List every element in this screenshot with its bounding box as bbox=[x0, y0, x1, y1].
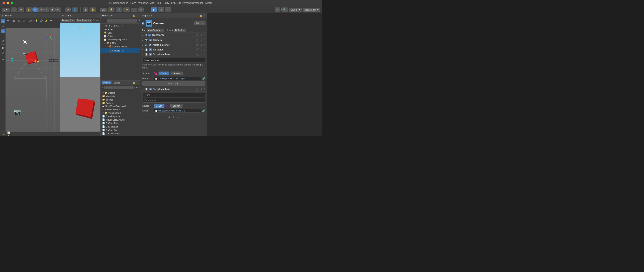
search-button[interactable]: 🔍 bbox=[282, 7, 288, 12]
project-menu-icon[interactable]: ⋮ bbox=[136, 82, 138, 84]
effect-toggle[interactable]: ✨ bbox=[124, 7, 130, 12]
hierarchy-item-camera[interactable]: 📷 Camera ↗ bbox=[100, 48, 140, 53]
hierarchy-item-cube[interactable]: ⬜ Cube bbox=[100, 34, 140, 38]
vars-help[interactable]: ? bbox=[196, 48, 199, 51]
step-button[interactable]: ⏭ bbox=[165, 7, 171, 12]
object-active-checkbox[interactable] bbox=[142, 22, 144, 24]
inspector-lock-icon[interactable]: 🔒 bbox=[200, 14, 202, 17]
project-visualscripts[interactable]: ▼ 📁 VisualScripts bbox=[100, 111, 140, 115]
project-unity-vs[interactable]: 📁 Unity.VisualScripting.Ge bbox=[100, 105, 140, 108]
audio-scene-tool[interactable]: 🔊 bbox=[39, 19, 44, 23]
project-ongazeexit[interactable]: 📄 OnGazeExit bbox=[100, 125, 140, 128]
hierarchy-item-light[interactable]: 💡 Light bbox=[100, 31, 140, 34]
script-machine-2-header[interactable]: ▼ 📋 Script Machine ? ⚙ ⋮ bbox=[140, 87, 207, 92]
sm1-convert-btn[interactable]: Convert bbox=[170, 72, 183, 75]
rect-tool[interactable]: ▣ bbox=[50, 7, 55, 12]
settings-button[interactable]: ⚙ bbox=[18, 7, 24, 12]
hierarchy-menu-icon[interactable]: ⋮ bbox=[136, 14, 138, 17]
audio-toggle[interactable]: 🔊 bbox=[116, 7, 122, 12]
alpha-scene-tool[interactable]: ⬡ bbox=[22, 19, 26, 23]
sm1-edit-graph-btn[interactable]: Edit Graph bbox=[142, 82, 205, 86]
sm2-settings[interactable]: ⚙ bbox=[200, 88, 202, 90]
rotate-3d-tool[interactable]: ↺ bbox=[0, 39, 5, 43]
audio-listener-component[interactable]: ▶ 🔊 Audio Listener ? ⚙ ⋮ bbox=[140, 43, 207, 47]
sm2-checkbox[interactable] bbox=[149, 88, 152, 90]
tag-dropdown[interactable]: MainCamera ▼ bbox=[147, 29, 164, 32]
play-button[interactable]: ▶ bbox=[151, 7, 157, 12]
sm2-more[interactable]: ⋮ bbox=[204, 88, 206, 90]
scene-menu-icon[interactable]: ⋮ bbox=[56, 14, 58, 17]
project-search[interactable] bbox=[104, 86, 132, 89]
vars-checkbox[interactable] bbox=[149, 48, 152, 51]
pause-button[interactable]: ⏸ bbox=[158, 7, 164, 12]
sm2-title-input[interactable] bbox=[142, 93, 205, 97]
rect-select-tool[interactable]: ▣ bbox=[0, 46, 5, 50]
project-scripts[interactable]: 📁 Scripts bbox=[100, 101, 140, 105]
hierarchy-search[interactable] bbox=[106, 19, 138, 22]
project-add-btn[interactable]: + bbox=[102, 86, 103, 90]
project-star-btn[interactable]: ⊕ bbox=[136, 86, 138, 90]
inspector-info-icon[interactable]: ℹ bbox=[173, 116, 174, 119]
project-ongazeenter[interactable]: 📄 OnGazeEnter bbox=[100, 122, 140, 125]
inspector-menu-icon[interactable]: ⋮ bbox=[203, 14, 206, 17]
audio-settings[interactable]: ⚙ bbox=[200, 44, 202, 46]
sm1-more[interactable]: ⋮ bbox=[204, 53, 206, 56]
script-machine-1-header[interactable]: ▼ 📋 Script Machine ? ⚙ ⋮ bbox=[140, 52, 207, 57]
game-menu-icon[interactable]: ⋮ bbox=[97, 14, 99, 17]
extra-tool[interactable]: ⊕ bbox=[0, 57, 5, 62]
transform-settings[interactable]: ⚙ bbox=[200, 34, 202, 36]
scale-tool[interactable]: ⤢ bbox=[44, 7, 49, 12]
audio-more[interactable]: ⋮ bbox=[204, 44, 206, 46]
scene-viewport[interactable]: ☀ X Y Z bbox=[6, 28, 60, 132]
sm2-summary-input[interactable] bbox=[142, 98, 205, 103]
hidden-toggle[interactable]: 👁 bbox=[131, 8, 137, 12]
sm1-settings[interactable]: ⚙ bbox=[200, 53, 202, 56]
vfx-scene-tool[interactable]: ✨ bbox=[44, 19, 48, 23]
grid-scene-tool[interactable]: ▦ bbox=[12, 19, 16, 23]
project-materials[interactable]: 📁 Materials bbox=[100, 94, 140, 98]
game-viewport[interactable]: ↑ bbox=[60, 23, 100, 132]
scene-lock-btn[interactable]: 🔒 bbox=[1, 132, 6, 136]
global-toggle[interactable]: 🌐 bbox=[72, 7, 78, 12]
maximize-button[interactable] bbox=[10, 1, 13, 4]
camera-checkbox[interactable] bbox=[149, 39, 152, 41]
vars-settings[interactable]: ⚙ bbox=[200, 49, 202, 51]
light-toggle[interactable]: 💡 bbox=[108, 7, 114, 12]
variables-component[interactable]: ▼ 📋 Variables ? ⚙ ⋮ bbox=[140, 47, 207, 52]
project-ongazestay[interactable]: 📄 OnGazeStay bbox=[100, 128, 140, 132]
2d-toggle[interactable]: 2D bbox=[100, 8, 107, 12]
hierarchy-item-cameraoffset[interactable]: ▼ 📦 Camera Offset bbox=[100, 45, 140, 48]
layers-dropdown[interactable]: Layers ▼ bbox=[289, 8, 302, 11]
camera-scene-tool[interactable]: 📷 bbox=[49, 19, 54, 23]
move-vert-tool[interactable]: ✛ bbox=[0, 34, 5, 38]
game-display-dropdown[interactable]: Display 1 ▼ bbox=[61, 19, 75, 22]
hierarchy-lock-icon[interactable]: 🔒 bbox=[132, 14, 135, 17]
undo-button[interactable]: ↩ bbox=[275, 7, 280, 12]
transform-component[interactable]: ▶ ⊞ Transform ? ⚙ ⋮ bbox=[140, 33, 207, 38]
project-ongazetimer[interactable]: 📄 OnGazeTimer bbox=[100, 132, 140, 135]
light-scene-tool[interactable]: 💡 bbox=[34, 19, 39, 23]
sm1-name-input[interactable] bbox=[142, 58, 205, 62]
sm2-convert-btn[interactable]: Convert bbox=[170, 104, 183, 108]
project-scenes[interactable]: 📁 Scenes bbox=[100, 98, 140, 101]
move-scene-tool[interactable]: ✥ bbox=[6, 19, 10, 23]
hierarchy-add-btn[interactable]: + bbox=[102, 19, 106, 23]
hand-tool[interactable]: ✋ bbox=[26, 7, 32, 12]
game-tab[interactable]: 🎮 Game ⋮ bbox=[60, 13, 100, 18]
sm2-graph-link-icon[interactable]: 🔗 bbox=[202, 110, 205, 112]
project-lock-icon[interactable]: 🔒 bbox=[132, 82, 136, 84]
project-mouselookaround[interactable]: 📄 MouseLookAround bbox=[100, 118, 140, 122]
game-aspect-dropdown[interactable]: Free Aspect ▼ bbox=[76, 19, 92, 22]
static-dropdown[interactable]: Static ▼ bbox=[194, 21, 206, 25]
camera-more[interactable]: ⋮ bbox=[204, 39, 206, 41]
transform-help[interactable]: ? bbox=[196, 34, 199, 36]
sm2-help[interactable]: ? bbox=[196, 88, 199, 91]
grid-toggle[interactable]: ▦ bbox=[83, 7, 88, 12]
layout-dropdown[interactable]: abstract-tall ▼ bbox=[303, 8, 320, 11]
close-button[interactable] bbox=[2, 1, 5, 4]
hierarchy-item-samplescene[interactable]: ▼ 🎬 SampleScene* bbox=[100, 24, 140, 28]
sm2-graph-field[interactable]: 📋 MouseLookAround (Script Gra bbox=[154, 109, 201, 113]
camera-settings[interactable]: ⚙ bbox=[200, 39, 202, 41]
project-gazedetector[interactable]: ✦ SGazeDetector bbox=[100, 108, 140, 111]
snap-toggle[interactable]: 🔒 bbox=[90, 7, 96, 12]
